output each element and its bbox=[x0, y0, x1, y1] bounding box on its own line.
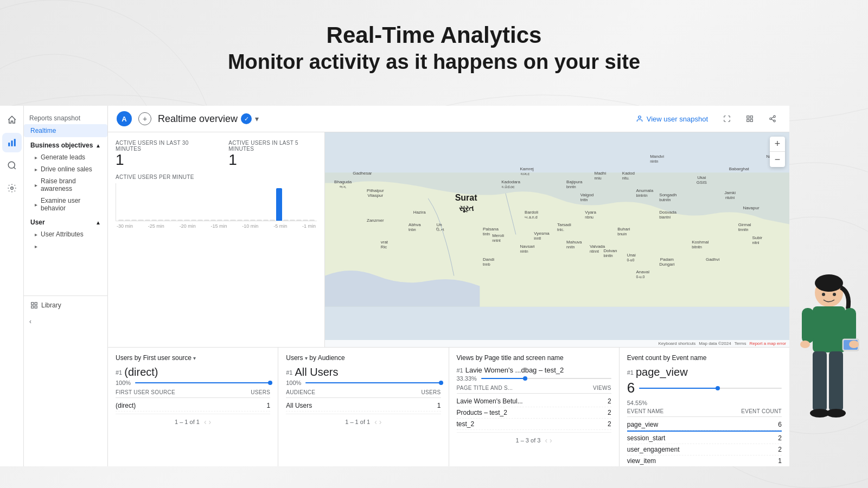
card4-underline bbox=[627, 431, 782, 432]
card1-next-btn[interactable]: › bbox=[209, 418, 212, 426]
svg-rect-33 bbox=[813, 351, 827, 411]
add-property-btn[interactable]: + bbox=[138, 112, 151, 125]
svg-rect-46 bbox=[31, 306, 34, 308]
map-label-tarsadi: Tarsaditnlc. bbox=[557, 222, 571, 232]
sidebar-item-user-attributes[interactable]: User Attributes bbox=[24, 228, 107, 240]
svg-point-32 bbox=[849, 341, 859, 348]
card3-rank-row: #1 Lavie Women's ...dbag – test_2 bbox=[457, 366, 611, 374]
sidebar-item-raise-brand-awareness[interactable]: Raise brand awareness bbox=[24, 175, 107, 195]
zoom-out-btn[interactable]: − bbox=[770, 152, 785, 167]
sidebar-text: Reports snapshot Realtime Business objec… bbox=[24, 106, 107, 466]
card4-count: 6 bbox=[627, 380, 635, 396]
sidebar-item-drive-online-sales[interactable]: Drive online sales bbox=[24, 163, 107, 175]
card-audience: Users ▾ by Users by Audience Audience #1… bbox=[278, 348, 449, 466]
mini-chart: 1 0.5 -30 min -25 min -20 min -15 min -1… bbox=[116, 183, 317, 232]
bar-20 bbox=[244, 220, 249, 221]
map-label-valgod: Valgodtnttn bbox=[580, 192, 593, 202]
svg-point-55 bbox=[774, 120, 776, 122]
map-label-ukai: UkaiGSIS bbox=[697, 175, 707, 185]
sidebar-item-realtime[interactable]: Realtime bbox=[24, 124, 107, 137]
map-label-jamki: Jamkintutni bbox=[724, 190, 736, 200]
expand-btn[interactable] bbox=[719, 113, 735, 125]
map-label-navapur: Navapur bbox=[743, 206, 759, 210]
card1-prev-btn[interactable]: ‹ bbox=[204, 418, 207, 426]
bar-19 bbox=[237, 220, 242, 221]
map-panel: Bhagudaભગ. Gadhesar PithalpurVilaspur Za… bbox=[325, 132, 789, 347]
svg-point-43 bbox=[10, 187, 13, 190]
card3-prev-btn[interactable]: ‹ bbox=[545, 436, 547, 445]
map-label-koshmal: Koshmalbitnitn bbox=[692, 240, 709, 249]
svg-rect-27 bbox=[802, 308, 814, 343]
svg-rect-47 bbox=[35, 306, 37, 308]
map-label-kadodara: Kadodaraકડોd.oc bbox=[501, 179, 520, 189]
card3-rank: #1 bbox=[457, 367, 463, 374]
hero-title: Real-Time Analytics bbox=[0, 22, 868, 49]
svg-rect-51 bbox=[747, 119, 749, 121]
view-snapshot-btn[interactable]: View user snapshot bbox=[631, 113, 712, 125]
card3-title: Views by Page title and screen name bbox=[457, 354, 611, 362]
bar-21 bbox=[250, 220, 256, 221]
bar-7 bbox=[158, 220, 163, 221]
map-label-meroli: Merolinntnt bbox=[492, 233, 504, 243]
topbar-actions: View user snapshot bbox=[631, 113, 781, 125]
active-30min-label: ACTIVE USERS IN LAST 30 MINUTES bbox=[116, 140, 207, 152]
card1-bar-row: 100% bbox=[116, 380, 270, 386]
card-event-name: Event count by Event name #1 page_view 6… bbox=[620, 348, 789, 466]
sidebar-item-user-extra[interactable] bbox=[24, 240, 107, 252]
user-group[interactable]: User ▲ bbox=[24, 214, 107, 228]
sidebar-item-generate-leads[interactable]: Generate leads bbox=[24, 151, 107, 163]
svg-point-48 bbox=[638, 116, 641, 119]
card2-nav: ‹ › bbox=[374, 418, 381, 426]
map-label-kadod: Kadodnitu. bbox=[622, 171, 635, 181]
share-btn[interactable] bbox=[764, 113, 781, 125]
bar-12 bbox=[191, 220, 196, 221]
customize-btn[interactable] bbox=[742, 113, 758, 125]
card2-rank: #1 bbox=[286, 369, 292, 376]
card3-next-btn[interactable]: › bbox=[550, 436, 552, 445]
map-label-avaral: Anaval0-u.0 bbox=[636, 269, 649, 279]
card2-percent: 100% bbox=[286, 380, 301, 386]
status-badge: ✓ bbox=[241, 113, 252, 124]
home-icon[interactable] bbox=[2, 110, 22, 130]
active-5min-block: ACTIVE USERS IN LAST 5 MINUTES 1 bbox=[228, 140, 317, 169]
bar-29 bbox=[303, 220, 308, 221]
map-label-vrat: vratRic bbox=[381, 240, 388, 249]
analytics-icon[interactable] bbox=[2, 133, 22, 152]
bar-8 bbox=[164, 220, 170, 221]
map-label-kamrej: Kamrejકામ.c bbox=[520, 166, 534, 176]
card2-prev-btn[interactable]: ‹ bbox=[374, 418, 377, 426]
bar-10 bbox=[177, 220, 183, 221]
collapse-arrow: ▲ bbox=[95, 143, 101, 149]
config-icon[interactable] bbox=[2, 178, 22, 198]
card-page-title: Views by Page title and screen name #1 L… bbox=[449, 348, 620, 466]
zoom-in-btn[interactable]: + bbox=[770, 137, 785, 152]
svg-point-37 bbox=[822, 293, 825, 296]
card4-title: Event count by Event name bbox=[627, 354, 782, 362]
bar-5 bbox=[145, 220, 150, 221]
card2-dropdown-icon[interactable]: ▾ bbox=[305, 355, 308, 361]
explore-icon[interactable] bbox=[2, 156, 22, 175]
svg-point-36 bbox=[826, 409, 846, 418]
user-collapse-arrow: ▲ bbox=[95, 220, 101, 226]
x-label-4: -10 min bbox=[242, 223, 258, 229]
business-objectives-group[interactable]: Business objectives ▲ bbox=[24, 137, 107, 151]
card1-dropdown-icon[interactable]: ▾ bbox=[193, 355, 196, 361]
sidebar-library[interactable]: Library bbox=[24, 296, 107, 314]
map-label-girmal: Girmaltinnitn bbox=[738, 222, 751, 232]
bar-27 bbox=[290, 220, 295, 221]
svg-rect-26 bbox=[813, 306, 845, 352]
card3-row-0: Lavie Women's Betul... 2 bbox=[457, 396, 611, 407]
dropdown-arrow-icon: ▾ bbox=[255, 114, 259, 123]
map-label-anumala: Anumalabintntn bbox=[636, 188, 654, 198]
svg-point-53 bbox=[774, 115, 776, 118]
bar-17 bbox=[224, 220, 229, 221]
sidebar-item-examine-user-behavior[interactable]: Examine user behavior bbox=[24, 195, 107, 214]
card3-bar bbox=[481, 378, 611, 379]
map-label-songadh: Songadhbutnitn bbox=[659, 192, 676, 202]
map-label-valvada: Valvadantinnt bbox=[590, 244, 605, 254]
map-attribution: Keyboard shortcuts Map data ©2024 Terms … bbox=[325, 340, 789, 347]
card2-next-btn[interactable]: › bbox=[379, 418, 382, 426]
bar-30 bbox=[309, 220, 315, 221]
card1-value: (direct) bbox=[124, 366, 158, 378]
sidebar-collapse-btn[interactable]: ‹ bbox=[24, 314, 107, 329]
